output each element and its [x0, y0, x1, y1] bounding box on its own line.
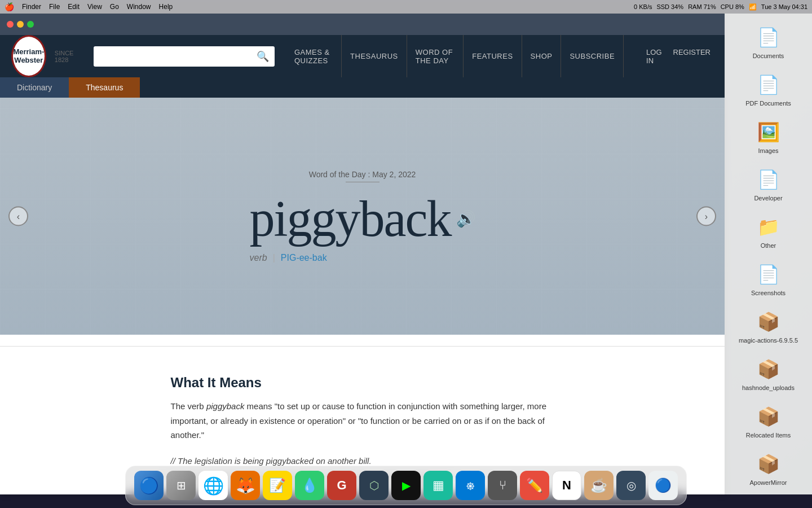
- menu-view[interactable]: View: [87, 3, 102, 11]
- hashnode-uploads-icon: 📦: [755, 356, 782, 383]
- nav-word-of-day[interactable]: WORD OF THE DAY: [407, 35, 464, 77]
- search-bar: 🔍: [94, 46, 275, 67]
- sidebar-item-screenshots[interactable]: 📄 Screenshots: [735, 256, 802, 301]
- dock-finder[interactable]: 🔵: [134, 471, 164, 500]
- sidebar-item-images[interactable]: 🖼️ Images: [735, 114, 802, 159]
- sidebar-item-screenshots-label: Screenshots: [751, 290, 785, 296]
- word-of-day-divider: [346, 182, 379, 182]
- images-icon: 🖼️: [755, 119, 782, 146]
- menubar-network: 0 KB/s: [634, 3, 652, 10]
- sidebar-item-apowermirror-label: ApowerMirror: [749, 479, 787, 486]
- menubar-cpu: CPU 8%: [721, 3, 744, 10]
- sidebar-item-relocated[interactable]: 📦 Relocated Items: [735, 398, 802, 443]
- menubar-wifi-icon: 📶: [749, 3, 757, 11]
- nav-thesaurus[interactable]: THESAURUS: [342, 35, 407, 77]
- sidebar-item-images-label: Images: [758, 147, 778, 154]
- menubar-left: 🍎 Finder File Edit View Go Window Help: [5, 2, 173, 11]
- nav-games[interactable]: GAMES & QUIZZES: [286, 35, 342, 77]
- hero-pos: verb: [250, 253, 267, 263]
- next-word-button[interactable]: ›: [696, 207, 716, 226]
- tab-dictionary[interactable]: Dictionary: [0, 77, 69, 98]
- maximize-button[interactable]: [27, 21, 34, 28]
- menubar-datetime: Tue 3 May 04:31: [761, 3, 807, 10]
- hero-word-text: piggyback: [250, 194, 451, 244]
- dock-typeface[interactable]: G: [327, 471, 356, 500]
- dock-vscode[interactable]: ⎈: [456, 471, 485, 500]
- dock-treesize[interactable]: ▦: [423, 471, 453, 500]
- screenshots-icon: 📄: [755, 261, 782, 288]
- hero-word: piggyback 🔊: [250, 194, 475, 244]
- dock-droplet[interactable]: 💧: [295, 471, 324, 500]
- relocated-icon: 📦: [755, 403, 782, 430]
- apowermirror-icon: 📦: [755, 450, 782, 478]
- desktop: Merriam- Webster SINCE 1828 🔍 GAMES & QU…: [0, 14, 812, 494]
- register-button[interactable]: REGISTER: [670, 48, 713, 65]
- sidebar-item-magic-actions-label: magic-actions-6.9.5.5: [739, 337, 798, 344]
- menubar: 🍎 Finder File Edit View Go Window Help 0…: [0, 0, 812, 14]
- search-icon[interactable]: 🔍: [257, 50, 269, 63]
- dock-firefox[interactable]: 🦊: [231, 471, 260, 500]
- dock: 🔵 ⊞ 🌐 🦊 📝 💧 G ⬡ ▶ ▦ ⎈ ⑂ ✏️ N ☕ ◎ 🔵: [125, 466, 687, 505]
- pdf-documents-icon: 📄: [755, 71, 782, 98]
- traffic-lights: [7, 21, 34, 28]
- browser-chrome: [0, 14, 725, 35]
- prev-word-button[interactable]: ‹: [8, 207, 28, 226]
- nav-items: GAMES & QUIZZES THESAURUS WORD OF THE DA…: [286, 35, 624, 77]
- nav-subscribe[interactable]: SUBSCRIBE: [561, 35, 624, 77]
- site-logo[interactable]: Merriam- Webster: [11, 35, 46, 77]
- menubar-right: 0 KB/s SSD 34% RAM 71% CPU 8% 📶 Tue 3 Ma…: [634, 3, 807, 11]
- menu-edit[interactable]: Edit: [68, 3, 80, 11]
- sidebar-item-developer-label: Developer: [754, 195, 782, 202]
- minimize-button[interactable]: [17, 21, 24, 28]
- tab-thesaurus[interactable]: Thesaurus: [69, 77, 140, 98]
- sidebar-item-apowermirror[interactable]: 📦 ApowerMirror: [735, 446, 802, 491]
- word-definition: The verb piggyback means "to set up or c…: [171, 399, 554, 443]
- sidebar-item-other[interactable]: 📁 Other: [735, 209, 802, 253]
- nav-features[interactable]: FEATURES: [464, 35, 522, 77]
- hero-pron-text: PIG-ee-bak: [281, 253, 327, 263]
- sidebar-item-developer[interactable]: 📄 Developer: [735, 161, 802, 206]
- hero-section: ‹ Word of the Day : May 2, 2022 piggybac…: [0, 98, 725, 335]
- sidebar-item-magic-actions[interactable]: 📦 magic-actions-6.9.5.5: [735, 304, 802, 348]
- hero-pronunciation: verb | PIG-ee-bak: [250, 253, 475, 263]
- sidebar-item-documents-label: Documents: [753, 52, 784, 59]
- search-input[interactable]: [99, 52, 252, 61]
- dict-tabs: Dictionary Thesaurus: [0, 77, 725, 98]
- dock-iterm[interactable]: ▶: [391, 471, 421, 500]
- menu-file[interactable]: File: [49, 3, 60, 11]
- word-of-day-label: Word of the Day : May 2, 2022: [250, 170, 475, 179]
- menu-finder[interactable]: Finder: [22, 3, 41, 11]
- dock-launchpad[interactable]: ⊞: [166, 471, 196, 500]
- menu-go[interactable]: Go: [110, 3, 119, 11]
- dock-finder2[interactable]: 🔵: [648, 471, 678, 500]
- logo-text-line2: Webster: [14, 56, 43, 64]
- developer-icon: 📄: [755, 166, 782, 193]
- menu-window[interactable]: Window: [127, 3, 151, 11]
- menu-help[interactable]: Help: [159, 3, 173, 11]
- main-content: ‹ Word of the Day : May 2, 2022 piggybac…: [0, 98, 725, 494]
- dock-creativit[interactable]: ✏️: [520, 471, 549, 500]
- dock-notion[interactable]: N: [552, 471, 581, 500]
- definition-word-italic: piggyback: [206, 401, 245, 411]
- sidebar-item-pdf-documents[interactable]: 📄 PDF Documents: [735, 67, 802, 111]
- nav-shop[interactable]: SHOP: [522, 35, 562, 77]
- hero-content: Word of the Day : May 2, 2022 piggyback …: [250, 170, 475, 263]
- dock-chrome[interactable]: 🌐: [198, 471, 228, 500]
- dock-trakteer[interactable]: ☕: [584, 471, 614, 500]
- sidebar-item-hashnode-uploads[interactable]: 📦 hashnode_uploads: [735, 351, 802, 396]
- logo-text-line1: Merriam-: [13, 48, 44, 56]
- sidebar-item-hashnode-label: hashnode_uploads: [742, 384, 795, 391]
- documents-icon: 📄: [755, 24, 782, 51]
- login-button[interactable]: LOG IN: [643, 48, 664, 65]
- audio-icon[interactable]: 🔊: [456, 211, 475, 227]
- sidebar-item-pdf-label: PDF Documents: [745, 100, 791, 107]
- dock-notes[interactable]: 📝: [263, 471, 292, 500]
- apple-logo-icon[interactable]: 🍎: [5, 2, 14, 11]
- dock-bitbar[interactable]: ◎: [616, 471, 646, 500]
- menubar-ram: RAM 71%: [688, 3, 716, 10]
- browser-window: Merriam- Webster SINCE 1828 🔍 GAMES & QU…: [0, 14, 725, 494]
- dock-codepoint[interactable]: ⬡: [359, 471, 389, 500]
- close-button[interactable]: [7, 21, 14, 28]
- dock-fork[interactable]: ⑂: [488, 471, 517, 500]
- sidebar-item-documents[interactable]: 📄 Documents: [735, 19, 802, 64]
